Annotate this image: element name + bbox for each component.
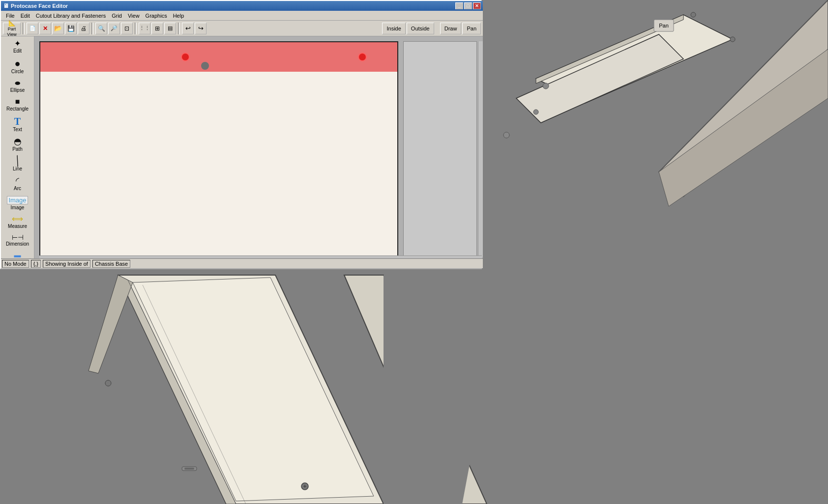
print-button[interactable]: 🖨 (78, 23, 89, 34)
zoom-in-button[interactable]: 🔍 (95, 23, 107, 34)
image-icon: Image (7, 196, 28, 204)
tool-image[interactable]: Image Image (3, 194, 32, 213)
inside-button[interactable]: Inside (382, 23, 405, 34)
svg-point-4 (543, 83, 549, 89)
layer-icon: ▤ (168, 25, 173, 31)
zoom-in-icon: 🔍 (98, 25, 105, 32)
tool-measure[interactable]: ⟺ Measure (3, 213, 32, 231)
save-button[interactable]: 💾 (65, 23, 77, 34)
svg-text:Pan: Pan (659, 23, 669, 28)
zoom-out-button[interactable]: 🔎 (108, 23, 120, 34)
redo-icon: ↪ (198, 25, 204, 32)
layer-button[interactable]: ▤ (164, 23, 176, 34)
drawing-canvas[interactable] (39, 41, 398, 257)
circle-icon: ● (14, 58, 20, 68)
control-point-2[interactable] (358, 53, 367, 61)
svg-point-9 (730, 37, 735, 42)
toolbar-sep-2 (91, 23, 93, 34)
menu-help[interactable]: Help (170, 12, 187, 20)
menu-file[interactable]: File (3, 12, 18, 20)
status-part: Chassis Base (92, 260, 130, 268)
arc-icon: ◜ (16, 176, 19, 185)
part-view-icon: 📐 (8, 20, 16, 27)
part-view-button[interactable]: 📐 Part View (3, 23, 21, 34)
tool-ellipse[interactable]: ● Ellipse (3, 77, 32, 95)
new-button[interactable]: 📄 (27, 23, 38, 34)
undo-icon: ↩ (185, 25, 191, 32)
canvas-red-region (40, 42, 397, 72)
status-coords: {,} (31, 260, 41, 268)
app-title: Protocase Face Editor (11, 3, 68, 9)
outside-button[interactable]: Outside (407, 23, 434, 34)
toolbar-sep-4 (178, 23, 180, 34)
menubar: File Edit Cutout Library and Fasteners G… (1, 11, 483, 21)
status-showing: Showing Inside of (43, 260, 90, 268)
path-label: Path (12, 146, 23, 152)
pan-button[interactable]: Pan (462, 23, 481, 34)
open-icon: 📂 (54, 25, 62, 32)
layers-icon: ▬ (14, 252, 21, 258)
tool-text[interactable]: T Text (3, 114, 32, 135)
svg-point-5 (533, 110, 538, 114)
redo-button[interactable]: ↪ (195, 23, 207, 34)
ellipse-icon: ● (14, 79, 21, 87)
tool-dimension[interactable]: ⊢⊣ Dimension (3, 231, 32, 249)
undo-button[interactable]: ↩ (182, 23, 194, 34)
close-x-button[interactable]: ✕ (39, 23, 51, 34)
close-x-icon: ✕ (43, 25, 48, 32)
rectangle-label: Rectangle (6, 106, 29, 112)
line-icon: ╱ (13, 156, 22, 166)
menu-edit[interactable]: Edit (18, 12, 33, 20)
canvas-area[interactable] (34, 36, 483, 260)
svg-rect-23 (184, 468, 194, 470)
left-toolbar: ✦ Edit ● Circle ● Ellipse ■ Rectangle T … (1, 36, 34, 260)
tool-arc[interactable]: ◜ Arc (3, 174, 32, 194)
right-side-panel (403, 41, 477, 257)
status-mode: No Mode (2, 260, 29, 268)
menu-graphics[interactable]: Graphics (143, 12, 170, 20)
tool-path[interactable]: ◓ Path (3, 135, 32, 154)
part-view-label: Part View (7, 27, 16, 37)
toolbar: 📐 Part View 📄 ✕ 📂 💾 🖨 🔍 🔎 ⊡ ⋮⋮ ⊞ ▤ ↩ ↪ I… (1, 21, 483, 36)
maximize-button[interactable]: □ (464, 2, 472, 9)
zoom-out-icon: 🔎 (111, 25, 118, 31)
menu-grid[interactable]: Grid (109, 12, 125, 20)
path-icon: ◓ (14, 137, 22, 146)
grid-button[interactable]: ⊞ (151, 23, 163, 34)
image-label: Image (11, 205, 25, 210)
edit-icon: ✦ (14, 40, 21, 48)
control-point-3[interactable] (201, 62, 209, 70)
new-icon: 📄 (30, 26, 35, 31)
svg-point-6 (503, 132, 509, 138)
open-button[interactable]: 📂 (52, 23, 64, 34)
snap-button[interactable]: ⋮⋮ (139, 23, 150, 34)
titlebar-controls: _ □ ✕ (455, 2, 481, 9)
titlebar: 🖥 Protocase Face Editor _ □ ✕ (1, 1, 483, 11)
arc-label: Arc (14, 186, 21, 191)
zoom-fit-button[interactable]: ⊡ (121, 23, 133, 34)
text-tool-icon: T (14, 116, 21, 126)
grid-icon: ⊞ (155, 25, 160, 32)
text-label: Text (13, 127, 22, 132)
print-icon: 🖨 (81, 25, 87, 32)
tool-circle[interactable]: ● Circle (3, 56, 32, 77)
menu-cutout-library[interactable]: Cutout Library and Fasteners (33, 12, 109, 20)
toolbar-sep-3 (135, 23, 137, 34)
save-icon: 💾 (67, 25, 75, 32)
statusbar: No Mode {,} Showing Inside of Chassis Ba… (1, 258, 483, 268)
menu-view[interactable]: View (125, 12, 143, 20)
app-icon: 🖥 (3, 2, 9, 9)
tool-rectangle[interactable]: ■ Rectangle (3, 95, 32, 114)
edit-label: Edit (13, 48, 22, 54)
line-label: Line (13, 166, 22, 171)
measure-label: Measure (8, 224, 27, 229)
dimension-label: Dimension (6, 241, 29, 247)
tool-edit[interactable]: ✦ Edit (3, 37, 32, 56)
tool-line[interactable]: ╱ Line (3, 154, 32, 174)
control-point-1[interactable] (181, 53, 190, 61)
close-button[interactable]: ✕ (473, 2, 481, 9)
vertical-scrollbar[interactable] (478, 41, 483, 257)
minimize-button[interactable]: _ (455, 2, 463, 9)
draw-button[interactable]: Draw (440, 23, 462, 34)
main-window: 🖥 Protocase Face Editor _ □ ✕ File Edit … (0, 0, 482, 269)
